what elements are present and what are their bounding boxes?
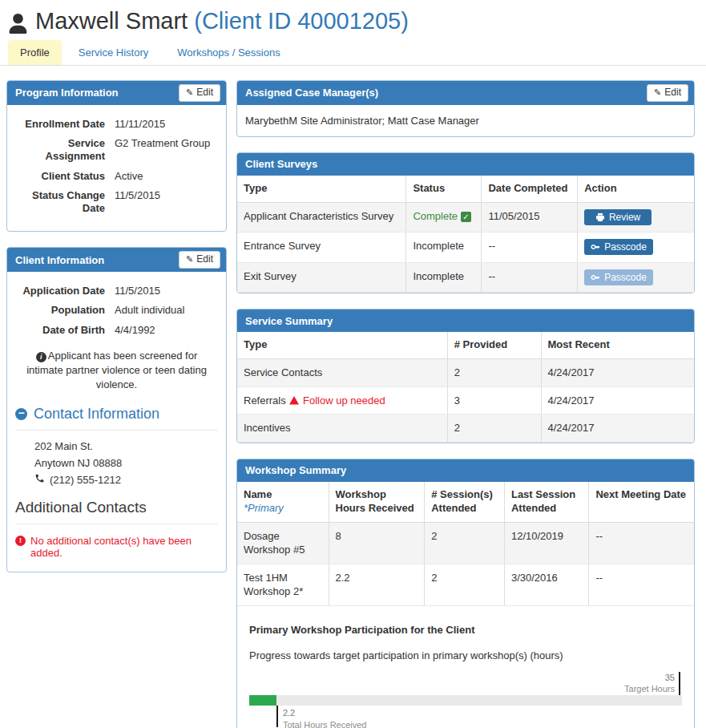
table-row: Exit Survey Incomplete -- Passcode (237, 262, 694, 293)
column-header: Most Recent (541, 332, 694, 358)
workshop-next-meeting: -- (589, 564, 694, 605)
tab-service-history[interactable]: Service History (67, 40, 160, 65)
column-header: Next Meeting Date (589, 482, 694, 522)
contact-information-toggle[interactable]: − Contact Information (15, 406, 218, 431)
client-information-body: Application Date 11/5/2015 Population Ad… (7, 272, 226, 572)
table-row: Test 1HM Workshop 2* 2.2 2 3/30/2016 -- (237, 564, 694, 605)
field-row: Application Date 11/5/2015 (15, 285, 218, 297)
additional-contacts-title: Additional Contacts (15, 499, 218, 524)
column-header: Workshop Hours Received (329, 482, 425, 522)
field-value: 11/5/2015 (115, 285, 218, 297)
participation-meter-chart: 35 Target Hours 2.2 Total Hours Received (249, 672, 682, 728)
workshop-hours: 2.2 (329, 564, 425, 605)
workshop-next-meeting: -- (589, 522, 694, 564)
page-title: Maxwell Smart (Client ID 40001205) (35, 8, 409, 34)
field-label: Service Assignment (15, 137, 105, 164)
field-value: 11/5/2015 (115, 189, 218, 216)
survey-status: Complete✓ (406, 202, 482, 233)
service-type: Service Contacts (237, 359, 447, 387)
tab-profile[interactable]: Profile (8, 40, 62, 65)
service-provided: 2 (447, 359, 541, 387)
field-row: Enrollment Date 11/11/2015 (15, 118, 218, 131)
workshop-summary-panel: Workshop Summary Name *Primary Workshop … (236, 459, 695, 728)
workshop-summary-title: Workshop Summary (245, 464, 346, 476)
survey-date: -- (482, 262, 578, 293)
case-managers-panel: Assigned Case Manager(s) ✎Edit MarybethM… (236, 80, 695, 137)
field-row: Population Adult individual (15, 304, 218, 317)
meter-target-area: 35 Target Hours (249, 672, 682, 695)
phone-number: (212) 555-1212 (50, 472, 121, 489)
name-column-label: Name (244, 488, 322, 502)
target-hours-value: 35 (624, 672, 675, 683)
review-button[interactable]: Review (584, 209, 652, 225)
pencil-icon: ✎ (654, 87, 661, 99)
pencil-icon: ✎ (186, 253, 193, 265)
client-surveys-panel: Client Surveys Type Status Date Complete… (236, 152, 695, 294)
case-managers-title: Assigned Case Manager(s) (245, 87, 378, 99)
program-information-header: Program Information ✎Edit (7, 81, 226, 105)
info-icon: i (36, 352, 46, 362)
workshop-sessions: 2 (425, 564, 505, 605)
service-provided: 2 (447, 415, 541, 443)
field-label: Population (15, 304, 105, 317)
program-information-edit-button[interactable]: ✎Edit (179, 84, 220, 102)
case-managers-header: Assigned Case Manager(s) ✎Edit (237, 81, 694, 105)
passcode-button-disabled[interactable]: Passcode (584, 269, 653, 285)
case-managers-edit-button[interactable]: ✎Edit (647, 84, 688, 102)
contact-information-title: Contact Information (34, 406, 159, 423)
table-row: Service Contacts 2 4/24/2017 (237, 359, 694, 387)
survey-type: Entrance Survey (237, 233, 406, 263)
client-information-edit-button[interactable]: ✎Edit (179, 251, 220, 269)
tab-workshops-sessions[interactable]: Workshops / Sessions (165, 40, 292, 65)
check-square-icon: ✓ (461, 212, 471, 222)
client-id: (Client ID 40001205) (194, 8, 409, 34)
service-provided: 3 (447, 386, 541, 415)
screened-note: iApplicant has been screened for intimat… (17, 349, 216, 393)
table-header-row: Type Status Date Completed Action (237, 176, 694, 202)
workshop-last-session: 12/10/2019 (504, 522, 588, 564)
left-column: Program Information ✎Edit Enrollment Dat… (6, 80, 227, 588)
content-columns: Program Information ✎Edit Enrollment Dat… (0, 66, 706, 728)
table-row: Incentives 2 4/24/2017 (237, 415, 694, 443)
workshop-sessions: 2 (425, 522, 505, 564)
key-icon (591, 242, 600, 252)
survey-date: -- (482, 233, 578, 263)
passcode-button[interactable]: Passcode (584, 239, 653, 255)
workshop-name: Dosage Workshop #5 (237, 522, 329, 564)
primary-note: *Primary (244, 502, 322, 516)
passcode-button-label: Passcode (604, 241, 647, 253)
no-additional-contacts-message: ! No additional contact(s) have been add… (15, 535, 218, 559)
service-type-text: Referrals (244, 394, 286, 406)
screened-note-text: Applicant has been screened for intimate… (26, 350, 207, 390)
triangle-exclamation-icon (288, 394, 300, 406)
program-information-body: Enrollment Date 11/11/2015 Service Assig… (7, 105, 226, 232)
printer-icon (595, 212, 605, 222)
table-header-row: Type # Provided Most Recent (237, 332, 694, 358)
column-header: Status (406, 176, 482, 202)
target-tick (679, 672, 680, 695)
service-recent: 4/24/2017 (541, 359, 694, 387)
target-hours-label: Target Hours (624, 683, 675, 694)
table-row: Referrals Follow up needed 3 4/24/2017 (237, 386, 694, 415)
service-summary-panel: Service Summary Type # Provided Most Rec… (236, 309, 695, 443)
workshop-last-session: 3/30/2016 (504, 564, 588, 605)
client-surveys-header: Client Surveys (237, 153, 694, 176)
table-row: Dosage Workshop #5 8 2 12/10/2019 -- (237, 522, 694, 564)
review-button-label: Review (609, 212, 640, 223)
follow-up-flag: Follow up needed (303, 394, 385, 406)
workshop-summary-table: Name *Primary Workshop Hours Received # … (237, 482, 694, 606)
client-information-panel: Client Information ✎Edit Application Dat… (6, 247, 227, 572)
table-header-row: Name *Primary Workshop Hours Received # … (237, 482, 694, 522)
participation-section: Primary Workshop Participation for the C… (237, 606, 694, 728)
field-row: Service Assignment G2 Treatment Group (15, 137, 218, 164)
address-line1: 202 Main St. (34, 439, 218, 455)
field-label: Status Change Date (15, 189, 105, 216)
field-label: Application Date (15, 285, 105, 297)
service-summary-header: Service Summary (237, 309, 694, 332)
field-row: Status Change Date 11/5/2015 (15, 189, 218, 216)
client-name: Maxwell Smart (35, 8, 188, 34)
pencil-icon: ✎ (186, 87, 193, 99)
service-recent: 4/24/2017 (541, 415, 694, 443)
survey-status: Incomplete (406, 233, 482, 263)
case-managers-body: MarybethM Site Administrator; Matt Case … (237, 105, 694, 136)
